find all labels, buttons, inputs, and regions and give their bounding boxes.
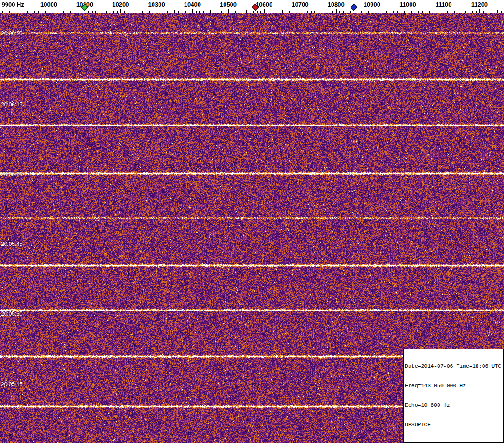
freq-tick-minor xyxy=(9,11,10,13)
freq-tick-minor xyxy=(210,10,211,13)
freq-tick-minor xyxy=(386,11,387,13)
freq-tick-minor xyxy=(88,11,89,13)
time-label-20-06-00: 20:06:00 xyxy=(1,171,23,178)
freq-tick-minor xyxy=(67,10,67,13)
freq-tick-minor xyxy=(429,11,430,13)
freq-tick-minor xyxy=(128,11,128,13)
freq-tick-minor xyxy=(31,10,31,13)
freq-tick-minor xyxy=(239,11,239,13)
freq-tick-minor xyxy=(472,11,473,13)
freq-label-11100: 11100 xyxy=(436,1,452,7)
info-box: Date=2014-07-06 Time=18:06 UTC Freq=143 … xyxy=(403,349,504,443)
freq-tick-minor xyxy=(350,11,351,13)
freq-tick-minor xyxy=(293,11,293,13)
freq-label-10500: 10500 xyxy=(220,1,237,7)
freq-tick-minor xyxy=(99,11,99,13)
freq-tick-minor xyxy=(451,11,451,13)
freq-tick-minor xyxy=(422,11,423,13)
freq-tick-minor xyxy=(343,11,344,13)
freq-tick-major xyxy=(120,9,121,13)
freq-tick-major xyxy=(192,9,193,13)
freq-tick-minor xyxy=(307,11,308,13)
freq-tick-minor xyxy=(20,11,20,13)
freq-tick-minor xyxy=(199,11,200,13)
freq-tick-minor xyxy=(56,11,56,13)
info-line-station: OBSUPICE xyxy=(405,422,502,428)
freq-tick-minor xyxy=(207,11,207,13)
freq-tick-minor xyxy=(339,11,340,13)
freq-tick-minor xyxy=(53,11,53,13)
freq-tick-minor xyxy=(272,11,272,13)
freq-tick-minor xyxy=(279,11,279,13)
freq-tick-minor xyxy=(275,11,275,13)
freq-tick-minor xyxy=(196,11,197,13)
freq-tick-minor xyxy=(225,11,225,13)
freq-tick-minor xyxy=(361,11,362,13)
freq-tick-minor xyxy=(203,11,204,13)
freq-tick-minor xyxy=(70,11,71,13)
waterfall-area: 20:06:3020:06:1520:06:0020:05:4520:05:30… xyxy=(0,13,504,443)
freq-tick-major xyxy=(479,9,480,13)
freq-tick-minor xyxy=(6,11,6,13)
freq-tick-minor xyxy=(358,11,358,13)
freq-tick-minor xyxy=(465,11,466,13)
marker-blue-diamond-icon[interactable] xyxy=(350,4,358,11)
freq-tick-minor xyxy=(491,11,491,13)
freq-tick-minor xyxy=(268,11,268,13)
freq-label-10300: 10300 xyxy=(148,1,165,7)
freq-label-10900: 10900 xyxy=(364,1,380,7)
freq-tick-minor xyxy=(174,10,175,13)
freq-tick-minor xyxy=(214,11,214,13)
freq-tick-minor xyxy=(311,11,312,13)
freq-tick-major xyxy=(264,9,265,13)
freq-tick-minor xyxy=(462,10,462,13)
freq-label-10200: 10200 xyxy=(112,1,129,7)
time-label-20-06-15: 20:06:15 xyxy=(1,101,23,108)
freq-tick-minor xyxy=(182,11,182,13)
freq-tick-minor xyxy=(124,11,125,13)
freq-tick-minor xyxy=(483,11,484,13)
freq-tick-minor xyxy=(153,11,153,13)
freq-tick-minor xyxy=(221,11,222,13)
freq-tick-major xyxy=(13,9,13,13)
freq-tick-minor xyxy=(74,11,74,13)
freq-tick-minor xyxy=(92,11,93,13)
freq-tick-minor xyxy=(325,11,325,13)
freq-tick-minor xyxy=(433,11,433,13)
freq-tick-minor xyxy=(404,11,405,13)
freq-tick-minor xyxy=(494,11,494,13)
freq-tick-minor xyxy=(17,11,17,13)
freq-tick-minor xyxy=(314,11,315,13)
freq-tick-minor xyxy=(246,10,247,13)
freq-tick-minor xyxy=(160,11,160,13)
freq-tick-minor xyxy=(304,11,304,13)
meteor-echo-waterfall-display: 9900 Hz100001010010200103001040010500106… xyxy=(0,0,504,443)
freq-tick-minor xyxy=(418,11,419,13)
freq-tick-minor xyxy=(383,11,383,13)
freq-tick-minor xyxy=(426,10,426,13)
freq-tick-minor xyxy=(379,11,379,13)
freq-tick-minor xyxy=(332,11,333,13)
freq-tick-minor xyxy=(365,11,365,13)
freq-tick-minor xyxy=(487,11,487,13)
freq-tick-major xyxy=(408,9,408,13)
freq-tick-minor xyxy=(322,11,322,13)
time-label-20-05-45: 20:05:45 xyxy=(1,241,23,247)
info-line-frequency: Freq=143 050 000 Hz xyxy=(405,383,502,389)
freq-label-10700: 10700 xyxy=(292,1,308,7)
freq-tick-minor xyxy=(376,11,376,13)
freq-tick-minor xyxy=(60,11,60,13)
freq-tick-minor xyxy=(139,10,139,13)
freq-tick-minor xyxy=(232,11,232,13)
freq-tick-minor xyxy=(393,11,394,13)
freq-label-10800: 10800 xyxy=(328,1,345,7)
freq-tick-minor xyxy=(81,11,81,13)
freq-tick-minor xyxy=(282,10,283,13)
freq-tick-minor xyxy=(164,11,164,13)
freq-tick-minor xyxy=(257,11,258,13)
freq-tick-minor xyxy=(95,11,96,13)
freq-tick-minor xyxy=(260,11,261,13)
freq-tick-minor xyxy=(185,11,186,13)
freq-tick-minor xyxy=(397,11,398,13)
freq-tick-minor xyxy=(38,11,39,13)
